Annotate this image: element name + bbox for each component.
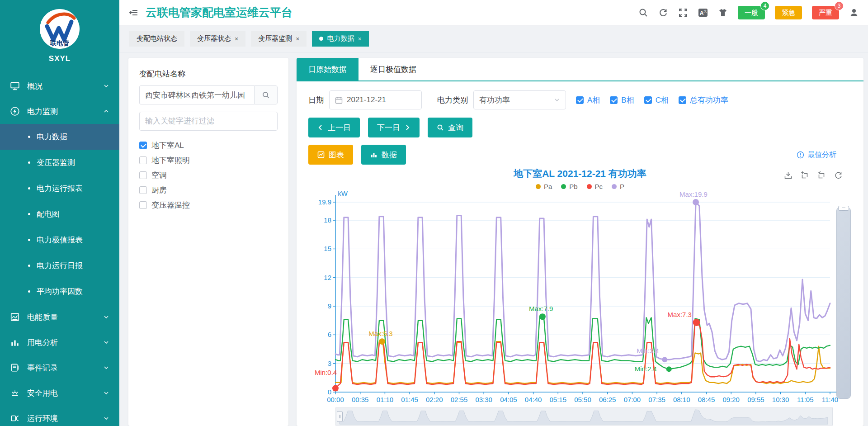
zoom-reset-icon[interactable] [817,171,826,180]
checkbox-icon[interactable] [139,156,147,164]
tab-label: 变配电站状态 [137,34,177,43]
main-column: 云联电管家配电室运维云平台 A文 一般 4 紧急 严重 3 [119,0,868,426]
legend-item-pa[interactable]: Pa [536,183,552,190]
svg-text:Min:0.4: Min:0.4 [315,369,337,376]
data-view-label: 数据 [382,150,397,160]
datazoom-handle[interactable] [337,411,343,422]
refresh-icon[interactable] [658,8,668,18]
legend-item-pb[interactable]: Pb [561,183,577,190]
tab-transformer-monitoring[interactable]: 变压器监测 × [251,31,307,47]
sidebar-item-safety[interactable]: 安全用电 [0,380,119,406]
alarm-urgent-button[interactable]: 紧急 [775,6,802,19]
svg-text:9: 9 [328,302,331,310]
chart-toolbox [784,171,843,180]
sidebar-item-daily-report[interactable]: 电力运行日报 [0,253,119,279]
prev-day-label: 上一日 [328,123,351,133]
tree-item-basement-lighting[interactable]: 地下室照明 [139,153,278,168]
theme-icon[interactable] [718,8,728,18]
checkbox-checked-icon[interactable] [139,142,147,149]
tab-transformer-status[interactable]: 变压器状态 × [190,31,245,47]
alarm-severe-button[interactable]: 严重 3 [812,6,839,19]
phase-b-checkbox[interactable]: B相 [610,95,634,105]
date-picker[interactable]: 2021-12-21 [329,90,422,109]
close-icon[interactable]: × [296,35,299,43]
datazoom-handle[interactable] [838,206,849,211]
sidebar-item-event-log[interactable]: 事件记录 [0,355,119,380]
sidebar-subitem-label: 变压器监测 [37,157,75,168]
circuit-tree: 地下室AL 地下室照明 空调 厨房 [139,138,278,213]
sidebar-item-power-quality[interactable]: 电能质量 [0,304,119,330]
tree-item-label: 变压器温控 [151,200,190,210]
app-root: 联电管 SXYL 概况 电力监测 电力数据 变压器监测 [0,0,868,426]
language-icon[interactable]: A文 [698,8,708,18]
search-icon[interactable] [638,8,648,18]
sidebar-item-power-report[interactable]: 电力运行报表 [0,175,119,201]
restore-icon[interactable] [834,171,843,180]
tree-item-transformer-temp[interactable]: 变压器温控 [139,198,278,213]
zoom-select-icon[interactable] [801,171,809,180]
tab-daily-extreme-data[interactable]: 逐日极值数据 [359,58,428,80]
sidebar-item-power-data[interactable]: 电力数据 [0,124,119,150]
sidebar-item-label: 概况 [27,81,42,91]
route-tabbar: 变配电站状态 变压器状态 × 变压器监测 × 电力数据 × [119,25,868,52]
tree-item-label: 厨房 [151,185,167,195]
prev-day-button[interactable]: 上一日 [308,118,360,137]
topbar-actions: A文 一般 4 紧急 严重 3 [638,6,859,19]
alarm-light-icon [10,388,20,398]
tree-item-hvac[interactable]: 空调 [139,168,278,183]
tree-item-kitchen[interactable]: 厨房 [139,183,278,198]
svg-text:Max:7.3: Max:7.3 [668,311,692,318]
tab-substation-status[interactable]: 变配电站状态 [129,31,184,47]
power-type-select[interactable]: 有功功率 [473,90,566,109]
alarm-normal-button[interactable]: 一般 4 [738,6,765,19]
phase-c-checkbox[interactable]: C相 [644,95,669,105]
bullet-icon [28,290,30,293]
legend-item-pc[interactable]: Pc [587,183,603,190]
data-view-button[interactable]: 数据 [361,145,406,165]
sidebar-item-avg-power-factor[interactable]: 平均功率因数 [0,279,119,304]
sidebar-item-power-monitoring[interactable]: 电力监测 [0,99,119,124]
sidebar-item-environment[interactable]: 运行环境 [0,406,119,426]
power-line-chart[interactable]: kW036912151819.900:0000:3501:1001:4502:2… [309,190,847,407]
chart-view-button[interactable]: 图表 [308,145,353,165]
sidebar: 联电管 SXYL 概况 电力监测 电力数据 变压器监测 [0,0,119,426]
content: 变配电站名称 地下室AL 地下室照明 [119,52,868,426]
fullscreen-icon[interactable] [678,8,688,18]
tree-item-basement-al[interactable]: 地下室AL [139,138,278,153]
station-search-button[interactable] [254,85,278,104]
checkbox-icon[interactable] [139,201,147,209]
svg-text:05:50: 05:50 [574,396,591,403]
sidebar-item-usage-analysis[interactable]: 用电分析 [0,330,119,355]
total-power-checkbox[interactable]: 总有功功率 [679,95,728,105]
user-avatar-icon[interactable] [849,8,859,18]
tab-daily-raw-data[interactable]: 日原始数据 [297,58,359,80]
close-icon[interactable]: × [235,35,238,43]
chevron-left-icon [317,124,324,131]
legend-item-p[interactable]: P [612,183,624,190]
sidebar-item-distribution-diagram[interactable]: 配电图 [0,201,119,227]
next-day-button[interactable]: 下一日 [368,118,420,137]
sidebar-item-label: 事件记录 [27,363,58,373]
extreme-analysis-link[interactable]: 最值分析 [797,150,836,160]
vertical-datazoom-slider[interactable] [836,207,851,399]
svg-text:04:40: 04:40 [525,396,542,403]
query-button[interactable]: 查询 [428,118,472,137]
info-icon [797,151,804,159]
phase-a-checkbox[interactable]: A相 [576,95,600,105]
close-icon[interactable]: × [358,35,361,43]
station-search-input[interactable] [139,85,254,104]
sidebar-item-overview[interactable]: 概况 [0,73,119,99]
save-image-icon[interactable] [784,171,793,180]
sidebar-item-transformer-monitoring[interactable]: 变压器监测 [0,150,119,175]
phase-a-label: A相 [587,95,600,105]
svg-text:Max:5.3: Max:5.3 [368,330,392,337]
checkbox-icon[interactable] [139,186,147,194]
svg-text:12: 12 [324,274,331,281]
horizontal-datazoom-slider[interactable] [335,407,833,426]
collapse-menu-icon[interactable] [128,8,138,18]
checkbox-icon[interactable] [139,171,147,179]
tab-power-data[interactable]: 电力数据 × [312,31,368,47]
device-icon [10,413,20,423]
sidebar-item-extreme-report[interactable]: 电力极值报表 [0,227,119,253]
keyword-filter-input[interactable] [139,112,278,131]
